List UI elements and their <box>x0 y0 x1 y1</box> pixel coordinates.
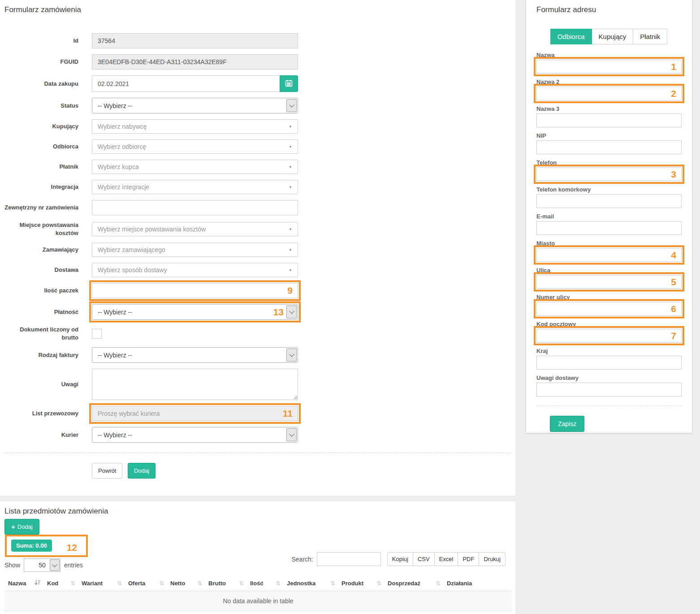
nazwa-3-input[interactable] <box>536 113 682 127</box>
address-field-kod-pocztowy: Kod pocztowy7 <box>536 321 682 345</box>
kraj-label: Kraj <box>536 348 682 354</box>
status-select[interactable]: -- Wybierz -- <box>92 98 298 113</box>
column-header-brutto[interactable]: Brutto⇅ <box>208 579 250 587</box>
telefon-komorkowy-input[interactable] <box>536 194 682 208</box>
sort-icon <box>35 579 41 587</box>
address-field-uwagi-dostawy: Uwagi dostawy <box>536 374 682 396</box>
dokument-liczony-od-brutto-label: Dokument liczony od brutto <box>4 326 78 341</box>
form-row-miejsce-powstawania-kosztow: Miejsce powstawania kosztówWybierz miejs… <box>4 221 511 237</box>
entries-label: entries <box>64 562 83 569</box>
caret-down-icon: ▼ <box>289 165 292 169</box>
integracja-select[interactable]: Wybierz integracje▼ <box>92 180 298 194</box>
platnik-label: Płatnik <box>4 163 78 171</box>
e-mail-input[interactable] <box>536 221 682 235</box>
empty-table-message: No data available in table <box>4 591 512 611</box>
miasto-input[interactable] <box>536 248 682 262</box>
nazwa-3-label: Nazwa 3 <box>536 105 682 112</box>
miejsce-powstawania-kosztow-select[interactable]: Wybierz miejsce powstawania kosztów▼ <box>92 222 298 236</box>
plus-icon: + <box>11 523 15 531</box>
column-header-oferta[interactable]: Oferta⇅ <box>128 579 170 587</box>
annotation-box: 5 <box>534 272 684 292</box>
column-header-wariant[interactable]: Wariant⇅ <box>82 579 128 587</box>
platnik-select[interactable]: Wybierz kupca▼ <box>92 160 298 174</box>
column-header-kod[interactable]: Kod⇅ <box>47 579 82 587</box>
kupujacy-label: Kupujący <box>4 122 78 131</box>
sort-icon: ⇅ <box>117 580 122 586</box>
sort-icon: ⇅ <box>376 580 381 586</box>
odbiorca-select[interactable]: Wybierz odbiorcę▼ <box>92 139 298 154</box>
column-label: Nazwa <box>8 580 26 587</box>
add-item-button[interactable]: + Dodaj <box>4 519 39 535</box>
address-field-ulica: Ulica5 <box>536 267 682 292</box>
sum-annotation-box: Suma: 0.00 12 <box>5 535 88 557</box>
platnosc-label: Płatność <box>4 308 78 316</box>
data-zakupu-input[interactable] <box>92 75 280 92</box>
column-header-jednostka[interactable]: Jednostka⇅ <box>287 579 341 587</box>
tab-kupujacy[interactable]: Kupujący <box>592 29 634 44</box>
show-label: Show <box>4 562 20 569</box>
rodzaj-faktury-select[interactable]: -- Wybierz -- <box>92 347 298 363</box>
kurier-select[interactable]: -- Wybierz -- <box>92 427 298 443</box>
address-field-telefon: Telefon3 <box>536 159 682 184</box>
sort-icon: ⇅ <box>330 580 335 586</box>
annotation-number: 5 <box>671 277 676 287</box>
annotation-number: 1 <box>671 61 676 72</box>
add-order-button[interactable]: Dodaj <box>128 463 156 479</box>
export-pdf-button[interactable]: PDF <box>458 552 479 566</box>
fguid-input[interactable] <box>92 54 298 70</box>
column-header-dzialania[interactable]: Działania <box>447 579 512 587</box>
uwagi-textarea[interactable] <box>92 369 298 400</box>
telefon-input[interactable] <box>536 167 682 181</box>
column-header-nazwa[interactable]: Nazwa <box>4 579 47 587</box>
save-button[interactable]: Zapisz <box>550 416 584 432</box>
annotation-number: 13 <box>273 307 284 318</box>
back-button[interactable]: Powrót <box>92 463 122 479</box>
platnosc-select[interactable]: -- Wybierz -- <box>92 304 298 320</box>
miejsce-powstawania-kosztow-placeholder: Wybierz miejsce powstawania kosztów <box>98 226 206 233</box>
export-drukuj-button[interactable]: Drukuj <box>479 552 506 566</box>
nazwa-2-input[interactable] <box>536 87 682 100</box>
annotation-box: 9 <box>89 280 301 301</box>
annotation-number: 12 <box>67 542 77 553</box>
platnosc-select-value: -- Wybierz -- <box>98 309 132 316</box>
uwagi-dostawy-input[interactable] <box>536 383 682 396</box>
tab-platnik[interactable]: Płatnik <box>633 29 667 44</box>
page: Formularz zamówienia IdFGUIDData zakupuS… <box>0 0 700 614</box>
annotation-box: 6 <box>534 299 684 318</box>
tab-odbiorca[interactable]: Odbiorca <box>550 29 592 44</box>
id-input[interactable] <box>92 33 298 48</box>
dokument-liczony-od-brutto-checkbox[interactable] <box>92 329 102 339</box>
column-label: Brutto <box>208 580 226 587</box>
export-kopiuj-button[interactable]: Kopiuj <box>387 552 413 566</box>
zamawiajacy-placeholder: Wybierz zamawiającego <box>98 246 165 253</box>
kraj-input[interactable] <box>536 356 682 370</box>
kod-pocztowy-input[interactable] <box>536 329 682 343</box>
list-przewozowy-input[interactable] <box>92 406 298 421</box>
order-form-title: Formularz zamówienia <box>4 5 511 14</box>
calendar-button[interactable] <box>280 75 298 92</box>
ulica-input[interactable] <box>536 275 682 289</box>
column-header-ilosc[interactable]: Ilość⇅ <box>250 579 287 587</box>
kupujacy-select[interactable]: Wybierz nabywcę▼ <box>92 119 298 134</box>
nazwa-input[interactable] <box>536 60 682 74</box>
page-size-select[interactable]: 50 <box>24 558 60 572</box>
ilosc-paczek-input[interactable] <box>92 283 298 298</box>
annotation-box: 7 <box>534 326 684 345</box>
list-przewozowy-label: List przewozowy <box>4 409 78 418</box>
search-input[interactable] <box>317 552 381 566</box>
column-header-dosprzedaz[interactable]: Dosprzedaż⇅ <box>388 579 447 587</box>
nip-input[interactable] <box>536 140 682 154</box>
export-excel-button[interactable]: Excel <box>434 552 458 566</box>
numer-ulicy-input[interactable] <box>536 302 682 316</box>
zamawiajacy-select[interactable]: Wybierz zamawiającego▼ <box>92 243 298 257</box>
caret-down-icon: ▼ <box>289 268 292 272</box>
zewnetrzny-nr-zamowienia-input[interactable] <box>92 200 298 215</box>
address-field-numer-ulicy: Numer ulicy6 <box>536 294 682 318</box>
dostawa-select[interactable]: Wybierz sposób dostawy▼ <box>92 263 298 277</box>
column-header-produkt[interactable]: Produkt⇅ <box>341 579 388 587</box>
sum-badge: Suma: 0.00 <box>11 540 52 552</box>
chevron-down-icon <box>50 559 60 571</box>
form-row-zamawiajacy: ZamawiającyWybierz zamawiającego▼ <box>4 243 511 257</box>
export-csv-button[interactable]: CSV <box>413 552 435 566</box>
column-header-netto[interactable]: Netto⇅ <box>170 579 208 587</box>
